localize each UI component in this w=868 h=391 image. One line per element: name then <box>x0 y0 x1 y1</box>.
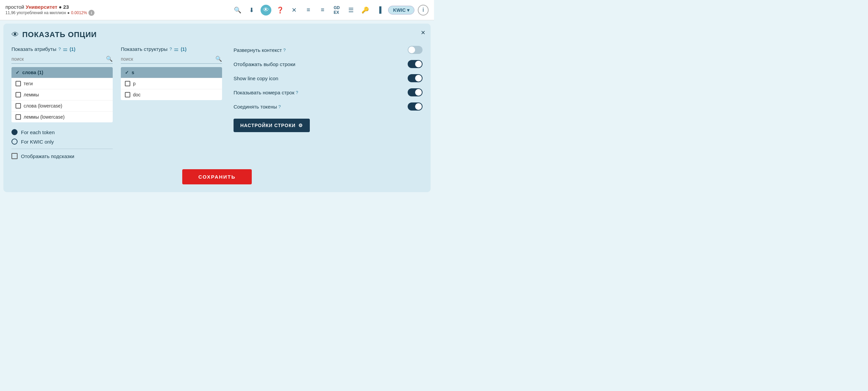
struct-search-box: 🔍 <box>121 56 222 64</box>
show-row-select-toggle[interactable] <box>408 60 423 68</box>
gdex-icon[interactable]: GDEX <box>331 5 342 16</box>
list-item-label: s <box>132 70 134 75</box>
list-item[interactable]: doc <box>121 89 222 100</box>
save-button[interactable]: СОХРАНИТЬ <box>182 169 252 184</box>
word-count: ● 23 <box>59 4 69 10</box>
checkbox-icon <box>16 92 21 97</box>
expand-help[interactable]: ? <box>283 48 286 53</box>
download-icon[interactable]: ⬇ <box>246 5 257 16</box>
stats-text: 11,96 употреблений на миллион ● <box>5 10 70 15</box>
list-item-label: слова (lowercase) <box>24 103 62 109</box>
attrs-list: ✓ слова (1) теги леммы слова (lowercase) <box>11 67 113 122</box>
kwic-button[interactable]: KWIC ▾ <box>388 6 414 14</box>
for-kwic-only-label: For KWIC only <box>21 139 54 145</box>
modal-header: 👁 ПОКАЗАТЬ ОПЦИИ <box>11 30 423 39</box>
list-item[interactable]: слова (lowercase) <box>11 100 113 112</box>
for-kwic-only-radio[interactable]: For KWIC only <box>11 139 113 145</box>
show-line-numbers-row: Показывать номера строк ? <box>234 88 423 96</box>
radio-filled-icon <box>11 129 18 135</box>
filter2-icon[interactable]: ≡ <box>317 5 328 16</box>
stats-pct: 0.0012% <box>71 10 87 15</box>
show-line-copy-toggle[interactable] <box>408 74 423 82</box>
attrs-search-icon: 🔍 <box>106 56 113 62</box>
list-item-label: слова (1) <box>22 70 43 75</box>
kwic-label: KWIC <box>393 7 406 13</box>
word-info: простой Университет ● 23 <box>5 4 94 10</box>
info-icon[interactable]: i <box>88 10 94 16</box>
attrs-search-input[interactable] <box>11 56 106 62</box>
settings-btn-label: НАСТРОЙКИ СТРОКИ <box>240 123 296 128</box>
join-tokens-toggle[interactable] <box>408 102 423 111</box>
content-row: Показать атрибуты ? ⚌ (1) 🔍 ✓ слова (1) … <box>11 46 423 159</box>
kwic-chevron: ▾ <box>407 7 409 13</box>
attrs-panel-header: Показать атрибуты ? ⚌ (1) <box>11 46 113 52</box>
struct-list: ✓ s p doc <box>121 67 222 100</box>
modal-title: ПОКАЗАТЬ ОПЦИИ <box>22 30 97 39</box>
attrs-search-box: 🔍 <box>11 56 113 64</box>
struct-search-input[interactable] <box>121 56 215 62</box>
show-row-select-label: Отображать выбор строки <box>234 61 295 67</box>
attrs-help[interactable]: ? <box>58 47 61 52</box>
list-item-label: теги <box>24 81 33 86</box>
toggle-knob <box>415 89 422 96</box>
join-tokens-help[interactable]: ? <box>278 104 281 109</box>
help-icon[interactable]: ❓ <box>275 5 286 16</box>
save-section: СОХРАНИТЬ <box>11 169 423 184</box>
word-link[interactable]: Университет <box>26 4 57 10</box>
display-options-panel: Развернуть контекст ? Отображать выбор с… <box>230 46 423 132</box>
list-item[interactable]: теги <box>11 78 113 89</box>
gear-icon: ⚙ <box>298 123 303 128</box>
expand-context-row: Развернуть контекст ? <box>234 46 423 54</box>
list-item[interactable]: p <box>121 78 222 89</box>
struct-filter-icon[interactable]: ⚌ <box>174 46 179 52</box>
info2-icon[interactable]: i <box>418 5 429 16</box>
eye-icon[interactable]: 👁 <box>261 5 271 16</box>
filter1-icon[interactable]: ≡ <box>303 5 314 16</box>
list-item[interactable]: леммы (lowercase) <box>11 112 113 122</box>
checkmark-icon: ✓ <box>125 70 129 75</box>
topbar-right: 🔍 ⬇ 👁 ❓ ✕ ≡ ≡ GDEX ☰ 🔑 ▐ KWIC ▾ i <box>232 5 429 16</box>
modal-eye-icon: 👁 <box>11 30 19 39</box>
topbar: простой Университет ● 23 11,96 употребле… <box>0 0 434 20</box>
show-row-select-row: Отображать выбор строки <box>234 60 423 68</box>
list-icon[interactable]: ☰ <box>346 5 356 16</box>
shuffle-icon[interactable]: ✕ <box>289 5 300 16</box>
attributes-panel: Показать атрибуты ? ⚌ (1) 🔍 ✓ слова (1) … <box>11 46 113 159</box>
divider <box>11 149 113 149</box>
modal-panel: 👁 ПОКАЗАТЬ ОПЦИИ × Показать атрибуты ? ⚌… <box>3 24 431 192</box>
toggle-knob <box>415 103 422 110</box>
list-item[interactable]: леммы <box>11 89 113 100</box>
show-line-numbers-toggle[interactable] <box>408 88 423 96</box>
list-item-label: p <box>133 81 136 86</box>
show-line-copy-label: Show line copy icon <box>234 76 278 81</box>
toggle-knob <box>408 47 415 53</box>
search-icon[interactable]: 🔍 <box>232 5 243 16</box>
checkmark-icon: ✓ <box>16 70 20 75</box>
join-tokens-label: Соединять токены ? <box>234 104 281 110</box>
expand-context-toggle[interactable] <box>408 46 423 54</box>
check-square-icon <box>11 153 18 159</box>
settings-button[interactable]: НАСТРОЙКИ СТРОКИ ⚙ <box>234 119 310 132</box>
struct-help[interactable]: ? <box>169 47 172 52</box>
list-item-label: леммы (lowercase) <box>24 114 65 120</box>
struct-search-icon: 🔍 <box>215 56 222 62</box>
show-line-copy-row: Show line copy icon <box>234 74 423 82</box>
struct-count: (1) <box>181 47 186 52</box>
for-each-token-radio[interactable]: For each token <box>11 129 113 135</box>
show-hints-check[interactable]: Отображать подсказки <box>11 153 113 159</box>
list-item-label: doc <box>133 92 141 97</box>
attrs-filter-icon[interactable]: ⚌ <box>63 46 67 52</box>
show-line-numbers-label: Показывать номера строк ? <box>234 90 298 95</box>
list-item[interactable]: ✓ слова (1) <box>11 67 113 78</box>
key-icon[interactable]: 🔑 <box>360 5 371 16</box>
struct-title: Показать структуры <box>121 46 167 52</box>
list-item[interactable]: ✓ s <box>121 67 222 78</box>
chart-icon[interactable]: ▐ <box>374 5 385 16</box>
line-numbers-help[interactable]: ? <box>296 90 298 95</box>
topbar-left: простой Университет ● 23 11,96 употребле… <box>5 4 94 16</box>
list-item-label: леммы <box>24 92 39 97</box>
for-each-token-label: For each token <box>21 129 55 135</box>
checkbox-icon <box>125 92 130 97</box>
close-button[interactable]: × <box>421 29 425 36</box>
checkbox-icon <box>16 81 21 86</box>
